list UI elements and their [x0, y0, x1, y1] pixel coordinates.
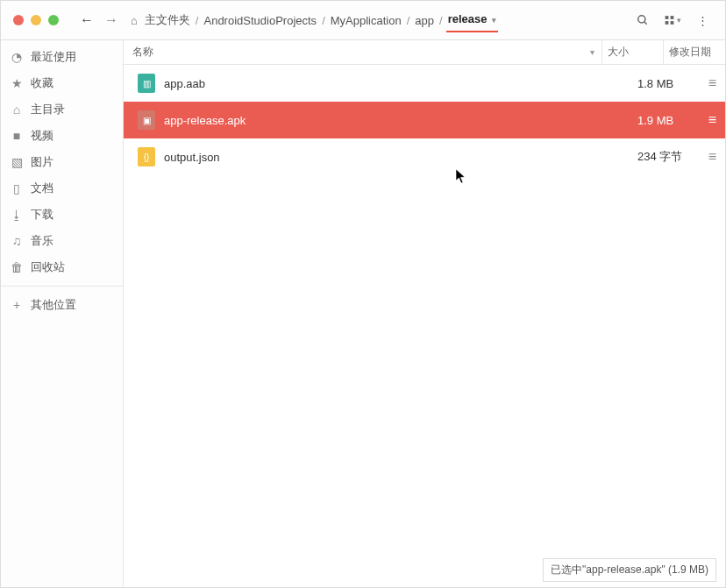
sidebar-item-starred[interactable]: ★收藏 — [1, 70, 123, 96]
breadcrumb-home[interactable]: 主文件夹 — [143, 9, 192, 32]
column-date[interactable]: 修改日期 — [664, 40, 725, 64]
menu-icon[interactable]: ⋮ — [694, 11, 711, 29]
file-name: app.aab — [164, 77, 637, 90]
toolbar: ← → ⌂ 主文件夹 / AndroidStudioProjects / MyA… — [1, 1, 725, 40]
svg-rect-3 — [671, 16, 674, 19]
file-menu-icon[interactable]: ≡ — [699, 112, 716, 128]
file-list: ▥app.aab1.8 MB≡▣app-release.apk1.9 MB≡{}… — [124, 65, 725, 587]
svg-rect-4 — [666, 21, 669, 25]
column-headers: 名称 ▾ 大小 修改日期 — [124, 40, 725, 65]
code-file-icon: {} — [138, 147, 155, 166]
apk-file-icon: ▣ — [138, 110, 155, 130]
back-button[interactable]: ← — [75, 8, 99, 32]
music-icon: ♫ — [10, 234, 24, 248]
sidebar-item-trash[interactable]: 🗑回收站 — [1, 254, 123, 280]
breadcrumb-sep: / — [322, 14, 325, 27]
column-label: 名称 — [132, 45, 153, 60]
sidebar-item-recent[interactable]: ◔最近使用 — [1, 44, 123, 70]
sidebar-item-home[interactable]: ⌂主目录 — [1, 96, 123, 123]
sidebar-item-label: 下载 — [31, 207, 53, 223]
sidebar-item-documents[interactable]: ▯文档 — [1, 175, 123, 202]
breadcrumb-item[interactable]: app — [413, 11, 436, 31]
file-row[interactable]: {}output.json234 字节≡ — [124, 138, 725, 175]
column-name[interactable]: 名称 ▾ — [124, 40, 602, 64]
file-row[interactable]: ▥app.aab1.8 MB≡ — [124, 65, 725, 102]
file-name: output.json — [164, 151, 637, 164]
star-icon: ★ — [10, 76, 24, 90]
dropdown-icon: ▾ — [492, 16, 496, 25]
clock-icon: ◔ — [10, 50, 24, 64]
file-menu-icon[interactable]: ≡ — [699, 149, 716, 165]
sidebar: ◔最近使用 ★收藏 ⌂主目录 ■视频 ▧图片 ▯文档 ⭳下载 ♫音乐 🗑回收站 … — [1, 40, 124, 587]
plus-icon: + — [10, 298, 24, 312]
sidebar-item-label: 图片 — [31, 154, 53, 170]
sidebar-item-label: 最近使用 — [31, 49, 76, 65]
window-controls — [13, 15, 59, 25]
svg-rect-5 — [671, 21, 674, 25]
close-window[interactable] — [13, 15, 24, 25]
archive-file-icon: ▥ — [138, 74, 155, 93]
svg-line-1 — [644, 22, 647, 25]
forward-button[interactable]: → — [99, 8, 124, 32]
sidebar-item-pictures[interactable]: ▧图片 — [1, 149, 123, 175]
breadcrumb-item[interactable]: AndroidStudioProjects — [202, 11, 318, 31]
sidebar-item-downloads[interactable]: ⭳下载 — [1, 202, 123, 228]
column-label: 大小 — [608, 45, 629, 60]
file-name: app-release.apk — [164, 114, 637, 127]
sidebar-item-music[interactable]: ♫音乐 — [1, 228, 123, 254]
download-icon: ⭳ — [10, 208, 24, 222]
sidebar-item-videos[interactable]: ■视频 — [1, 123, 123, 149]
home-icon: ⌂ — [10, 103, 24, 117]
svg-point-0 — [638, 16, 645, 23]
sidebar-separator — [1, 286, 123, 287]
home-icon: ⌂ — [131, 14, 138, 27]
document-icon: ▯ — [10, 181, 24, 195]
sidebar-item-label: 主目录 — [31, 102, 65, 117]
view-grid-icon[interactable]: ▾ — [664, 11, 681, 29]
image-icon: ▧ — [10, 155, 24, 169]
main-pane: 名称 ▾ 大小 修改日期 ▥app.aab1.8 MB≡▣app-release… — [124, 40, 725, 587]
file-size: 1.9 MB — [637, 114, 699, 127]
breadcrumb-sep: / — [407, 14, 410, 27]
breadcrumb: ⌂ 主文件夹 / AndroidStudioProjects / MyAppli… — [131, 9, 634, 32]
sidebar-item-label: 音乐 — [31, 233, 53, 249]
breadcrumb-current[interactable]: release ▾ — [446, 9, 498, 32]
column-size[interactable]: 大小 — [602, 40, 664, 64]
file-size: 1.8 MB — [637, 77, 699, 90]
sidebar-item-label: 文档 — [31, 181, 53, 196]
maximize-window[interactable] — [48, 15, 59, 25]
file-menu-icon[interactable]: ≡ — [699, 75, 716, 91]
sidebar-item-label: 回收站 — [31, 259, 65, 275]
file-row[interactable]: ▣app-release.apk1.9 MB≡ — [124, 102, 725, 138]
breadcrumb-sep: / — [196, 14, 199, 27]
chevron-down-icon: ▾ — [677, 16, 681, 25]
video-icon: ■ — [10, 129, 24, 143]
status-bar: 已选中"app-release.apk" (1.9 MB) — [543, 558, 716, 582]
breadcrumb-current-label: release — [448, 12, 488, 25]
sidebar-item-label: 其他位置 — [31, 297, 76, 313]
sidebar-item-other[interactable]: +其他位置 — [1, 292, 123, 318]
sidebar-item-label: 收藏 — [31, 75, 53, 91]
minimize-window[interactable] — [31, 15, 41, 25]
trash-icon: 🗑 — [10, 260, 24, 274]
sidebar-item-label: 视频 — [31, 128, 53, 144]
svg-rect-2 — [666, 16, 669, 19]
search-icon[interactable] — [634, 11, 651, 29]
breadcrumb-sep: / — [439, 14, 443, 27]
breadcrumb-item[interactable]: MyApplication — [329, 11, 403, 31]
column-label: 修改日期 — [669, 45, 711, 60]
file-size: 234 字节 — [637, 149, 699, 165]
sort-indicator-icon: ▾ — [590, 47, 594, 57]
